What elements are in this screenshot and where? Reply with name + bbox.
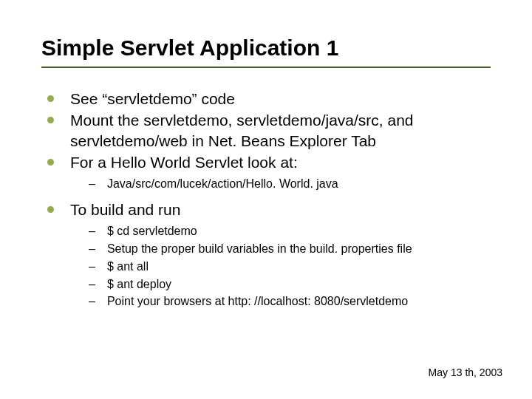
- sub-list: – $ cd servletdemo – Setup the proper bu…: [47, 224, 491, 310]
- bullet-item: For a Hello World Servlet look at:: [47, 152, 491, 172]
- dash-icon: –: [89, 277, 95, 293]
- bullet-item: See “servletdemo” code: [47, 89, 491, 109]
- dash-icon: –: [89, 294, 95, 310]
- slide-title: Simple Servlet Application 1: [41, 35, 491, 61]
- dash-icon: –: [89, 259, 95, 275]
- bullet-text: See “servletdemo” code: [70, 89, 235, 109]
- bullet-item: To build and run: [47, 200, 491, 219]
- sub-item: – $ cd servletdemo: [89, 224, 491, 239]
- sub-item: – Point your browsers at http: //localho…: [89, 294, 491, 310]
- sub-text: $ cd servletdemo: [107, 224, 197, 239]
- slide-content: See “servletdemo” code Mount the servlet…: [41, 89, 491, 310]
- sub-item: – Java/src/com/lucek/action/Hello. World…: [89, 177, 491, 192]
- sub-item: – $ ant all: [89, 259, 491, 275]
- sub-item: – Setup the proper build variables in th…: [89, 242, 491, 257]
- sub-text: Setup the proper build variables in the …: [107, 242, 412, 257]
- bullet-item: Mount the servletdemo, servletdemo/java/…: [47, 110, 491, 151]
- bullet-dot-icon: [47, 95, 54, 102]
- dash-icon: –: [89, 242, 95, 257]
- bullet-text: To build and run: [70, 200, 180, 219]
- bullet-text: Mount the servletdemo, servletdemo/java/…: [70, 110, 491, 151]
- bullet-dot-icon: [47, 117, 54, 123]
- title-underline: [41, 66, 491, 68]
- slide: Simple Servlet Application 1 See “servle…: [0, 0, 532, 310]
- sub-text: Point your browsers at http: //localhost…: [107, 294, 408, 310]
- footer-date: May 13 th, 2003: [429, 366, 502, 378]
- sub-item: – $ ant deploy: [89, 277, 491, 293]
- sub-text: $ ant all: [107, 259, 149, 275]
- dash-icon: –: [89, 224, 95, 239]
- sub-text: $ ant deploy: [107, 277, 171, 293]
- dash-icon: –: [89, 177, 95, 192]
- sub-text: Java/src/com/lucek/action/Hello. World. …: [107, 177, 338, 192]
- bullet-dot-icon: [47, 206, 54, 213]
- sub-list: – Java/src/com/lucek/action/Hello. World…: [47, 177, 491, 192]
- bullet-text: For a Hello World Servlet look at:: [70, 152, 298, 172]
- bullet-dot-icon: [47, 159, 54, 166]
